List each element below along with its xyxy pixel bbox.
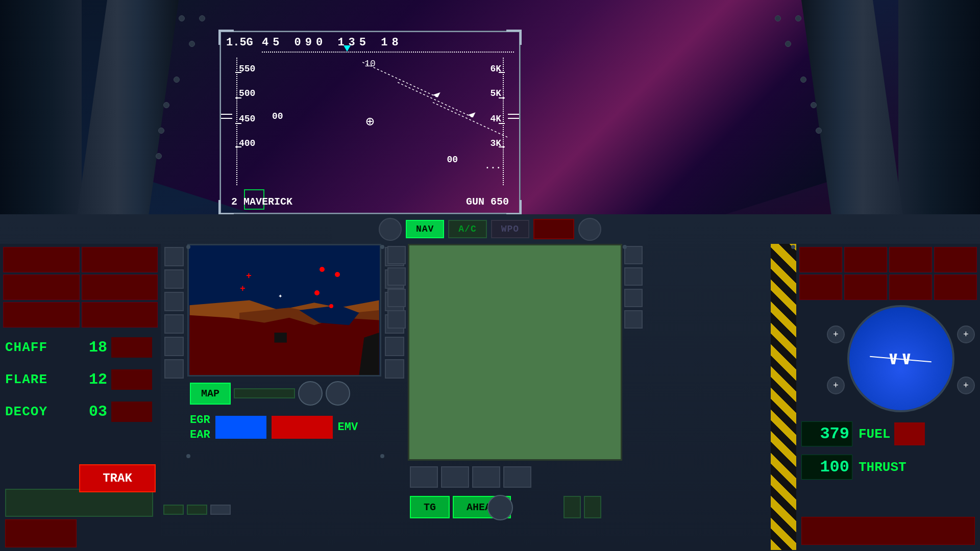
att-adj-bl[interactable]: +	[827, 377, 845, 394]
hud-alt-ladder-line	[503, 58, 504, 185]
right-cockpit-wall	[898, 0, 980, 245]
svg-line-1	[398, 82, 473, 117]
mfd-side-l4[interactable]	[387, 310, 406, 329]
att-adj-tl[interactable]: +	[827, 325, 845, 343]
map-side-buttons-left	[161, 244, 187, 458]
joint-rivet-3	[380, 245, 384, 249]
center-knob[interactable]	[487, 495, 513, 520]
egr-label: EGR	[190, 414, 210, 427]
map-btn-map[interactable]: MAP	[190, 383, 231, 405]
map-cross-1: +	[246, 271, 252, 281]
mfd-side-l2[interactable]	[387, 267, 406, 286]
countermeasures-display: CHAFF 18 FLARE 12 DECOY 03	[5, 333, 153, 430]
mfd-side-r3[interactable]	[624, 289, 643, 307]
rivet	[816, 128, 822, 134]
nav-round-btn-left[interactable]	[379, 218, 402, 241]
map-cross-2: +	[240, 284, 246, 294]
hud-right-marker	[508, 114, 519, 115]
map-knob-1[interactable]	[298, 381, 323, 406]
left-ind-2	[82, 247, 158, 272]
speed-tick-2	[235, 97, 241, 98]
left-ind-1	[3, 247, 80, 272]
fuel-bar	[894, 422, 925, 445]
map-side-btn-l3[interactable]	[164, 292, 184, 311]
nav-btn-ac[interactable]: A/C	[448, 220, 486, 238]
emv-label: EMV	[338, 421, 358, 434]
mfd-extra-btn-2[interactable]	[584, 496, 601, 518]
decoy-value: 03	[71, 403, 107, 420]
map-side-btn-l2[interactable]	[164, 269, 184, 289]
mfd-bot-btn-1[interactable]	[410, 466, 438, 488]
cl-btn-1[interactable]	[163, 505, 184, 515]
nav-round-btn-right[interactable]	[578, 218, 601, 241]
left-cockpit-wall	[0, 0, 82, 245]
map-side-btn-l6[interactable]	[164, 359, 184, 379]
fuel-value: 379	[801, 421, 852, 446]
mfd-side-r1[interactable]	[624, 246, 643, 264]
left-ind-3	[3, 274, 80, 300]
tg-button[interactable]: TG	[410, 496, 450, 518]
trak-button[interactable]: TRAK	[79, 464, 156, 492]
egr-red-bar	[272, 416, 333, 439]
hud-heading-marker	[344, 45, 351, 52]
mfd-bot-btn-4[interactable]	[503, 466, 531, 488]
joint-rivet-2	[186, 454, 190, 458]
rivet	[158, 128, 164, 134]
mfd-extra-btn-1[interactable]	[564, 496, 581, 518]
right-ind-4	[934, 247, 977, 272]
att-adj-tr[interactable]: +	[957, 325, 975, 343]
speed-tick-4	[235, 146, 241, 147]
right-ind-8	[934, 274, 977, 300]
nav-btn-wpo[interactable]: WPO	[491, 220, 529, 238]
cl-btn-2[interactable]	[187, 505, 207, 515]
hud-alt-4k: 4K	[490, 114, 501, 124]
rivet	[800, 77, 806, 83]
hud-boresight: ⊕	[366, 115, 375, 130]
ear-label: EAR	[190, 429, 210, 441]
hud-gun-info: GUN 650	[466, 196, 509, 208]
right-panel: ∨∨ + + + + 379 FUEL 100 THRUST	[796, 244, 980, 550]
map-side-btn-l4[interactable]	[164, 314, 184, 334]
lower-panel: NAV A/C WPO CHAFF 18 FLARE 12	[0, 214, 980, 551]
egr-ear-labels: EGR EAR	[190, 414, 210, 441]
map-knob-2[interactable]	[326, 381, 350, 406]
mfd-bot-btn-3[interactable]	[472, 466, 500, 488]
left-ind-5	[3, 302, 80, 328]
center-left-btn-row	[161, 496, 388, 523]
mfd-side-r2[interactable]	[624, 267, 643, 286]
alt-tick-4	[499, 146, 505, 147]
mfd-side-r4[interactable]	[624, 310, 643, 329]
fuel-label-text: FUEL	[859, 427, 890, 442]
mfd-bot-btn-2[interactable]	[441, 466, 469, 488]
thrust-label-text: THRUST	[859, 460, 906, 475]
cl-btn-3[interactable]	[210, 505, 231, 515]
mfd-side-l1[interactable]	[387, 246, 406, 264]
right-ind-5	[799, 274, 842, 300]
hud-alt-center-top: 10	[364, 59, 376, 69]
hud-g-reading: 1.5G	[226, 36, 253, 49]
chaff-label: CHAFF	[5, 340, 71, 355]
thrust-value: 100	[801, 455, 852, 480]
rivet	[189, 41, 195, 47]
mfd-bottom-area	[408, 464, 622, 490]
joint-rivet-6	[791, 245, 795, 249]
map-dot-3	[314, 290, 320, 295]
decoy-row: DECOY 03	[5, 397, 153, 425]
hud-display: 1.5G 45 090 135 18 10 550 500 450 400 6K…	[219, 31, 521, 214]
speed-tick-1	[235, 72, 241, 73]
hud-speed-450: 450	[239, 114, 255, 124]
map-side-btn-l5[interactable]	[164, 337, 184, 356]
joint-rivet-4	[380, 454, 384, 458]
right-bottom-indicators	[801, 517, 975, 545]
att-adj-br[interactable]: +	[957, 377, 975, 394]
mfd-side-right	[622, 244, 645, 461]
rivet	[785, 41, 791, 47]
fuel-display: 379 FUEL 100 THRUST	[801, 420, 975, 486]
mfd-side-l3[interactable]	[387, 289, 406, 307]
map-side-btn-l1[interactable]	[164, 247, 184, 266]
map-btn-2[interactable]	[234, 388, 295, 398]
nav-btn-red[interactable]	[533, 219, 574, 239]
svg-marker-3	[433, 92, 440, 97]
speed-tick-3	[235, 123, 241, 124]
nav-btn-nav[interactable]: NAV	[406, 220, 444, 238]
